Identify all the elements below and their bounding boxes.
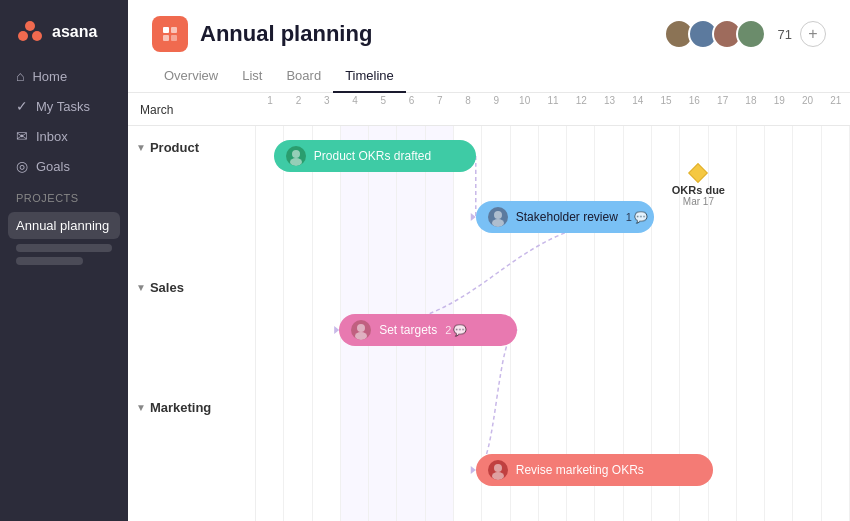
gantt-col-20 (793, 126, 821, 521)
date-cell-7: 7 (426, 95, 454, 106)
date-cell-16: 16 (680, 95, 708, 106)
milestone-date: Mar 17 (683, 196, 714, 207)
date-cell-6: 6 (397, 95, 425, 106)
date-cell-9: 9 (482, 95, 510, 106)
group-row-product: ▼ Product (128, 126, 255, 155)
date-cell-17: 17 (709, 95, 737, 106)
task-bar-product-okrs[interactable]: Product OKRs drafted (274, 140, 476, 172)
comment-count-stakeholder: 1 (626, 211, 632, 223)
collapse-arrow-product[interactable]: ▼ (136, 142, 146, 153)
sidebar-item-goals[interactable]: ◎ Goals (8, 152, 120, 180)
group-marketing-spacer: ▼ Marketing (128, 386, 255, 426)
comment-icon: 💬 (634, 211, 648, 224)
collapse-arrow-marketing[interactable]: ▼ (136, 402, 146, 413)
date-cell-11: 11 (539, 95, 567, 106)
timeline-body: ▼ Product ▼ Sales ▼ Marketing (128, 126, 850, 521)
member-count: 71 (778, 27, 792, 42)
sidebar-projects: Annual planning (0, 208, 128, 274)
date-cell-3: 3 (313, 95, 341, 106)
date-cell-18: 18 (737, 95, 765, 106)
group-sales-space (128, 306, 255, 386)
task-label-product-okrs: Product OKRs drafted (314, 149, 431, 163)
project-icon-svg (161, 25, 179, 43)
gantt-area: Product OKRs drafted Stakeholder review … (256, 126, 850, 521)
comment-badge-stakeholder: 1 💬 (626, 211, 648, 224)
sidebar-item-label: My Tasks (36, 99, 90, 114)
date-cell-20: 20 (793, 95, 821, 106)
sidebar-item-home[interactable]: ⌂ Home (8, 62, 120, 90)
svg-point-1 (18, 31, 28, 41)
comment-count-targets: 2 (445, 324, 451, 336)
svg-point-14 (357, 324, 365, 332)
svg-point-2 (32, 31, 42, 41)
task-bar-marketing-okrs[interactable]: Revise marketing OKRs (476, 454, 714, 486)
asana-icon (16, 18, 44, 46)
logo-text: asana (52, 23, 97, 41)
task-avatar-2 (488, 207, 508, 227)
milestone-diamond (688, 163, 708, 183)
tabs-bar: Overview List Board Timeline (128, 52, 850, 93)
svg-point-17 (492, 472, 504, 480)
add-member-button[interactable]: + (800, 21, 826, 47)
comment-icon-targets: 💬 (453, 324, 467, 337)
group-name-marketing: Marketing (150, 400, 211, 415)
header-right: 71 + (664, 19, 826, 49)
group-name-product: Product (150, 140, 199, 155)
header-left: Annual planning (152, 16, 372, 52)
task-bar-set-targets[interactable]: Set targets 2 💬 (339, 314, 517, 346)
group-product-spacer: ▼ Product (128, 126, 255, 166)
collapse-arrow-sales[interactable]: ▼ (136, 282, 146, 293)
date-cell-2: 2 (284, 95, 312, 106)
groups-col: ▼ Product ▼ Sales ▼ Marketing (128, 126, 256, 521)
date-cell-12: 12 (567, 95, 595, 106)
task-avatar-3 (351, 320, 371, 340)
inbox-icon: ✉ (16, 128, 28, 144)
date-cell-5: 5 (369, 95, 397, 106)
tab-timeline[interactable]: Timeline (333, 60, 406, 93)
sidebar-item-annual-planning[interactable]: Annual planning (8, 212, 120, 239)
sidebar-logo: asana (0, 12, 128, 62)
svg-rect-5 (163, 35, 169, 41)
svg-point-11 (290, 158, 302, 166)
sidebar: asana ⌂ Home ✓ My Tasks ✉ Inbox ◎ Goals … (0, 0, 128, 521)
avatar-group (664, 19, 766, 49)
group-row-sales: ▼ Sales (128, 266, 255, 295)
goals-icon: ◎ (16, 158, 28, 174)
date-cell-14: 14 (624, 95, 652, 106)
task-bar-stakeholder[interactable]: Stakeholder review 1 💬 (476, 201, 654, 233)
sidebar-item-inbox[interactable]: ✉ Inbox (8, 122, 120, 150)
milestone-label: OKRs due (672, 184, 725, 196)
main-content: Annual planning 71 + Overview List Board… (128, 0, 850, 521)
sidebar-item-label: Home (32, 69, 67, 84)
date-cell-4: 4 (341, 95, 369, 106)
date-cell-15: 15 (652, 95, 680, 106)
check-icon: ✓ (16, 98, 28, 114)
timeline-label-col: March (128, 93, 256, 125)
projects-label: Projects (0, 180, 128, 208)
svg-point-12 (494, 211, 502, 219)
date-cell-21: 21 (822, 95, 850, 106)
dates-row: 123456789101112131415161718192021 (256, 93, 850, 108)
svg-point-0 (25, 21, 35, 31)
sidebar-nav: ⌂ Home ✓ My Tasks ✉ Inbox ◎ Goals (0, 62, 128, 180)
sidebar-item-label: Goals (36, 159, 70, 174)
tab-board[interactable]: Board (274, 60, 333, 93)
svg-rect-6 (171, 35, 177, 41)
group-sales-spacer: ▼ Sales (128, 266, 255, 306)
svg-point-16 (494, 464, 502, 472)
svg-rect-3 (163, 27, 169, 33)
date-cell-10: 10 (511, 95, 539, 106)
tab-overview[interactable]: Overview (152, 60, 230, 93)
home-icon: ⌂ (16, 68, 24, 84)
tab-list[interactable]: List (230, 60, 274, 93)
sidebar-item-mytasks[interactable]: ✓ My Tasks (8, 92, 120, 120)
project-icon (152, 16, 188, 52)
gantt-col-3 (313, 126, 341, 521)
gantt-col-2 (284, 126, 312, 521)
date-cell-13: 13 (595, 95, 623, 106)
sidebar-placeholder-2 (16, 257, 83, 265)
timeline-dates-area: 123456789101112131415161718192021 (256, 93, 850, 125)
project-name: Annual planning (16, 218, 109, 233)
svg-point-10 (292, 150, 300, 158)
page-title: Annual planning (200, 21, 372, 47)
